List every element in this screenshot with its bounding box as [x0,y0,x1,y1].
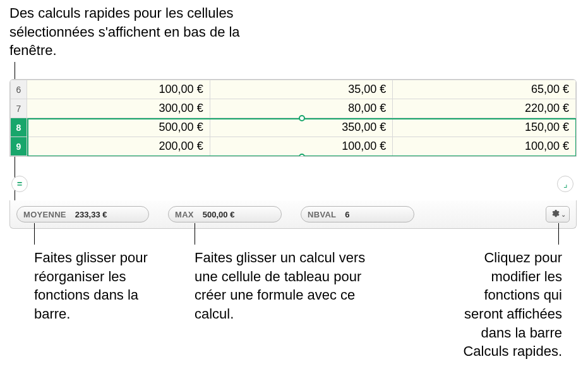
cell[interactable]: 220,00 € [393,99,576,118]
table-row[interactable]: 8500,00 €350,00 €150,00 € [11,118,576,137]
table-row[interactable]: 7300,00 €80,00 €220,00 € [11,99,576,118]
quickcalc-value: 233,33 € [75,210,107,219]
quickcalc-settings-button[interactable]: ⌄ [546,206,570,222]
callout-left: Faites glisser pour réorganiser les fonc… [34,248,167,324]
row-header[interactable]: 9 [11,137,27,156]
cell[interactable]: 65,00 € [393,80,576,99]
cell[interactable]: 350,00 € [210,118,393,137]
cell[interactable]: 500,00 € [27,118,210,137]
cell[interactable]: 200,00 € [27,137,210,156]
cell[interactable]: 35,00 € [210,80,393,99]
table-row[interactable]: 6100,00 €35,00 €65,00 € [11,80,576,99]
quickcalc-pill-moyenne[interactable]: MOYENNE 233,33 € [16,206,149,222]
quickcalc-label: MAX [175,210,194,219]
callout-line-middle [195,223,195,245]
cell[interactable]: 100,00 € [393,137,576,156]
cell[interactable]: 100,00 € [27,80,210,99]
row-header[interactable]: 7 [11,99,27,118]
callout-right: Cliquez pour modifier les fonctions qui … [442,248,562,361]
table-row[interactable]: 9200,00 €100,00 €100,00 € [11,137,576,156]
row-header[interactable]: 6 [11,80,27,99]
quickcalc-label: NBVAL [308,210,336,219]
cell[interactable]: 300,00 € [27,99,210,118]
cell[interactable]: 150,00 € [393,118,576,137]
gear-icon [550,209,560,221]
row-header[interactable]: 8 [11,118,27,137]
corner-button[interactable]: ⌟ [557,176,573,192]
callout-middle: Faites glisser un calcul vers une cellul… [195,248,371,324]
callout-line-right [558,223,559,245]
callout-line-left [34,223,35,245]
cell[interactable]: 80,00 € [210,99,393,118]
chevron-down-icon: ⌄ [561,211,566,218]
callout-top: Des calculs rapides pour les cellules sé… [9,4,262,60]
quickcalc-value: 500,00 € [203,210,235,219]
spreadsheet-table[interactable]: 6100,00 €35,00 €65,00 €7300,00 €80,00 €2… [9,79,577,157]
quickcalc-value: 6 [345,210,349,219]
quickcalc-pill-nbval[interactable]: NBVAL 6 [301,206,414,222]
quick-calc-bar: MOYENNE 233,33 € MAX 500,00 € NBVAL 6 ⌄ [9,200,577,229]
quickcalc-pill-max[interactable]: MAX 500,00 € [168,206,282,222]
cell[interactable]: 100,00 € [210,137,393,156]
quickcalc-label: MOYENNE [23,210,66,219]
equals-button[interactable]: = [11,176,28,192]
